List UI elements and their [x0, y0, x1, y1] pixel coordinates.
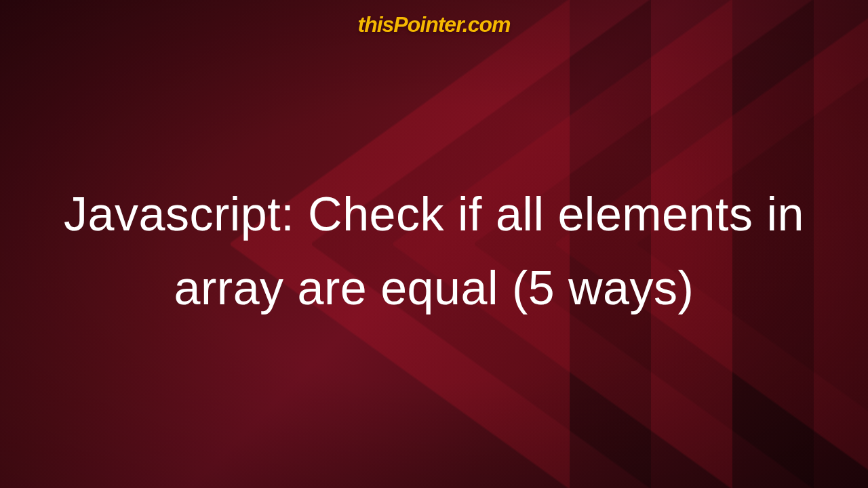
site-logo: thisPointer.com	[357, 12, 510, 37]
article-title: Javascript: Check if all elements in arr…	[43, 178, 825, 325]
